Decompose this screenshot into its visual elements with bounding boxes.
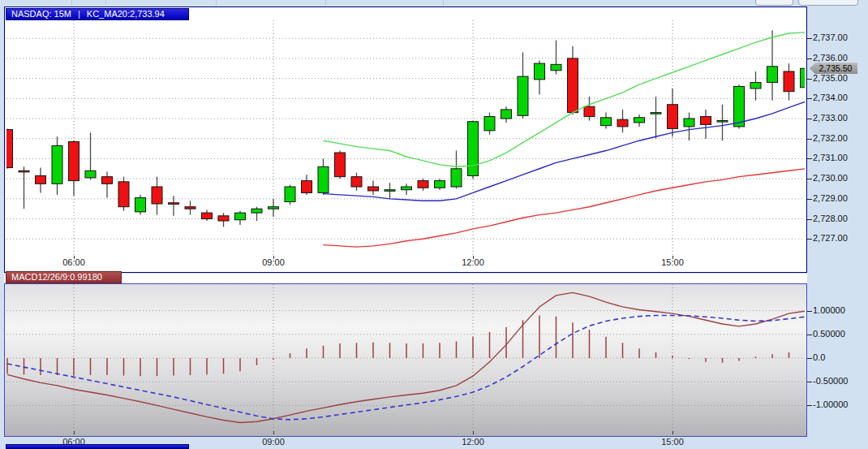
price-axis-label: 2,732.00 <box>813 133 848 143</box>
price-axis-label: 2,735.00 <box>813 73 848 83</box>
toolbar-separator <box>71 0 72 6</box>
header-separator: | <box>78 8 80 20</box>
price-axis-tick <box>807 179 812 179</box>
indicator-label: KC_MA20:2,733.94 <box>87 8 165 20</box>
price-axis-label: 2,737.00 <box>813 32 848 42</box>
toolbar-separator <box>443 0 444 6</box>
macd-axis-label: 0.0 <box>813 352 825 362</box>
macd-axis-tick <box>807 335 812 335</box>
chart-window: NASDAQ: 15M | KC_MA20:2,733.94 MACD12/26… <box>0 0 868 449</box>
toolbar-button-cutoff[interactable] <box>798 0 858 6</box>
price-axis-label: 2,734.00 <box>813 93 848 102</box>
toolbar-separator <box>325 0 326 6</box>
price-panel-header[interactable]: NASDAQ: 15M | KC_MA20:2,733.94 <box>6 8 189 20</box>
price-axis-tick <box>807 199 812 200</box>
price-axis-label: 2,736.00 <box>813 53 848 63</box>
toolbar-separator <box>216 0 217 6</box>
macd-axis-label: 0.50000 <box>813 329 845 339</box>
symbol-label: NASDAQ: 15M <box>11 8 71 20</box>
price-axis-label: 2,728.00 <box>813 214 848 223</box>
price-axis-label: 2,727.00 <box>813 233 848 243</box>
time-tick <box>74 256 75 259</box>
price-axis-tick <box>807 158 812 159</box>
macd-axis-label: -1.00000 <box>813 399 848 409</box>
price-axis-label: 2,731.00 <box>813 153 848 162</box>
time-tick <box>273 256 274 259</box>
macd-axis-tick <box>807 358 812 359</box>
price-axis-tick <box>807 38 812 39</box>
macd-panel-header[interactable]: MACD12/26/9:0.99180 <box>6 271 122 283</box>
macd-axis-label: 1.00000 <box>813 305 845 315</box>
time-tick <box>473 256 474 259</box>
panel-gap <box>4 274 807 283</box>
time-tick <box>672 256 673 259</box>
macd-axis-tick <box>807 382 812 382</box>
price-axis-tick <box>807 79 812 80</box>
candlestick-chart[interactable] <box>6 20 805 256</box>
price-axis-label: 2,733.00 <box>813 113 848 123</box>
macd-axis-label: -0.50000 <box>813 376 848 386</box>
macd-time-tick <box>273 431 274 434</box>
price-axis-tick <box>807 219 812 220</box>
toolbar-separator <box>105 0 106 6</box>
price-axis-label: 2,730.00 <box>813 173 848 183</box>
toolbar-button-cutoff[interactable] <box>755 0 793 6</box>
macd-time-label: 09:00 <box>254 437 293 447</box>
macd-time-label: 15:00 <box>653 437 692 447</box>
macd-time-tick <box>74 431 75 434</box>
macd-time-tick <box>473 431 474 434</box>
macd-axis-tick <box>807 405 812 406</box>
price-axis-tick <box>807 119 812 119</box>
macd-axis-tick <box>807 311 812 312</box>
last-price-tag: 2,735.50 <box>810 63 857 74</box>
macd-chart[interactable] <box>6 284 805 434</box>
price-axis-tick <box>807 58 812 59</box>
macd-time-label: 12:00 <box>453 437 492 447</box>
next-panel-header-cutoff[interactable] <box>6 444 189 449</box>
price-axis-tick <box>807 139 812 140</box>
macd-time-tick <box>672 431 673 434</box>
price-axis-label: 2,729.00 <box>813 193 848 203</box>
price-axis-tick <box>807 239 812 240</box>
price-axis-tick <box>807 98 812 99</box>
